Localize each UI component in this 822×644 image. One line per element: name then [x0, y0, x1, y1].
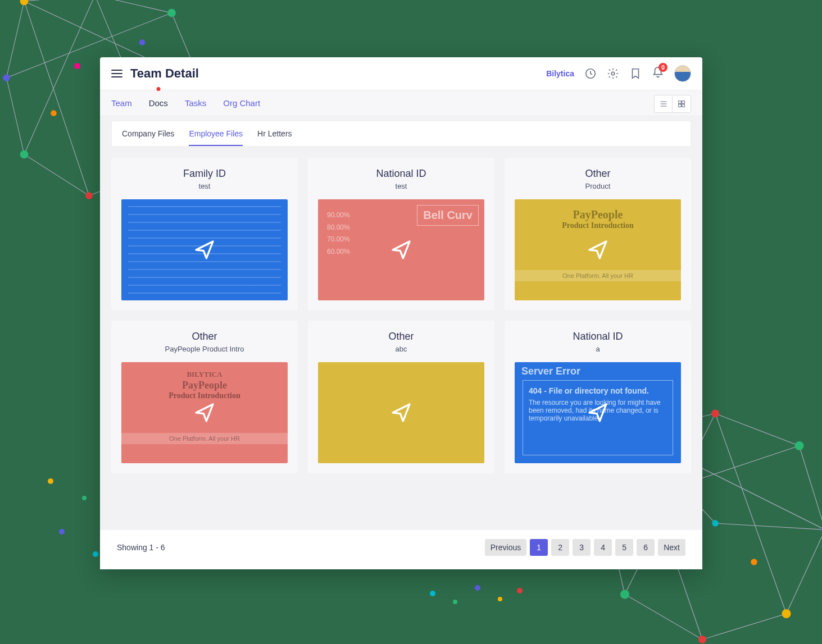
- svg-point-10: [51, 110, 57, 116]
- pagination: Previous123456Next: [485, 539, 685, 556]
- svg-point-24: [82, 496, 87, 500]
- tab-docs[interactable]: Docs: [149, 92, 168, 115]
- pagination-page[interactable]: 2: [551, 539, 569, 556]
- card-thumbnail: [121, 199, 288, 300]
- file-card[interactable]: OtherProductPayPeopleProduct Introductio…: [505, 158, 691, 310]
- svg-rect-35: [679, 101, 682, 104]
- card-thumbnail: PayPeopleProduct IntroductionOne Platfor…: [515, 199, 681, 300]
- view-toggle: [654, 95, 691, 113]
- tab-tasks[interactable]: Tasks: [185, 92, 206, 115]
- file-card[interactable]: Otherabc: [308, 321, 494, 473]
- svg-point-32: [517, 588, 523, 593]
- bookmark-icon[interactable]: [629, 67, 642, 80]
- svg-point-17: [698, 636, 706, 643]
- send-icon: [587, 239, 609, 261]
- thumb-logo: PayPeopleProduct Introduction: [515, 208, 681, 230]
- card-subtitle: test: [199, 182, 211, 190]
- pagination-page[interactable]: 3: [573, 539, 591, 556]
- svg-point-13: [711, 410, 719, 418]
- thumb-logo: BILYTICAPayPeopleProduct Introduction: [121, 367, 288, 400]
- pagination-next[interactable]: Next: [658, 539, 685, 556]
- gear-icon[interactable]: [607, 67, 619, 80]
- tab-team[interactable]: Team: [111, 92, 132, 115]
- card-title: National ID: [376, 168, 426, 180]
- svg-point-0: [20, 0, 29, 5]
- svg-point-11: [139, 39, 146, 45]
- svg-point-20: [712, 520, 719, 527]
- card-title: Other: [192, 331, 217, 342]
- svg-point-25: [59, 529, 65, 535]
- pagination-page[interactable]: 6: [637, 539, 655, 556]
- avatar[interactable]: [674, 65, 691, 82]
- card-subtitle: abc: [396, 345, 407, 353]
- send-icon: [587, 401, 609, 424]
- page-title: Team Detail: [130, 66, 538, 81]
- svg-point-6: [20, 150, 29, 159]
- card-subtitle: a: [596, 345, 600, 353]
- tab-org-chart[interactable]: Org Chart: [223, 92, 260, 115]
- svg-point-2: [167, 9, 176, 17]
- clock-icon[interactable]: [584, 67, 597, 80]
- header-actions: Bilytica 0: [546, 65, 691, 82]
- grid-view-button[interactable]: [673, 95, 691, 112]
- showing-label: Showing 1 - 6: [117, 543, 485, 552]
- sub-tab-company-files[interactable]: Company Files: [122, 121, 174, 146]
- org-link[interactable]: Bilytica: [546, 69, 574, 78]
- svg-rect-36: [682, 101, 685, 104]
- pagination-page[interactable]: 5: [615, 539, 633, 556]
- svg-point-8: [74, 63, 80, 69]
- file-card[interactable]: National IDtestBell Curv90.00%80.00%70.0…: [308, 158, 494, 310]
- svg-point-29: [453, 600, 457, 604]
- menu-icon[interactable]: [111, 70, 122, 77]
- card-title: National ID: [573, 331, 623, 342]
- thumb-chart-box: Bell Curv: [417, 205, 479, 226]
- card-subtitle: PayPeople Product Intro: [165, 345, 244, 353]
- card-thumbnail: BILYTICAPayPeopleProduct IntroductionOne…: [121, 362, 288, 463]
- card-title: Other: [585, 168, 610, 180]
- card-grid: Family IDtestNational IDtestBell Curv90.…: [111, 158, 691, 473]
- list-view-button[interactable]: [655, 95, 673, 112]
- svg-rect-38: [682, 104, 685, 107]
- svg-point-23: [48, 478, 53, 484]
- svg-point-30: [475, 585, 480, 591]
- svg-point-31: [498, 597, 502, 601]
- bg-dots-center: [421, 571, 534, 616]
- svg-point-16: [782, 609, 791, 618]
- card-title: Family ID: [183, 168, 226, 180]
- send-icon: [193, 401, 216, 424]
- send-icon: [193, 239, 216, 261]
- file-card[interactable]: National IDaServer Error404 - File or di…: [505, 321, 691, 473]
- svg-point-34: [611, 72, 615, 75]
- notifications-button[interactable]: 0: [652, 66, 664, 81]
- card-thumbnail: Bell Curv90.00%80.00%70.00%60.00%: [318, 199, 484, 300]
- sub-tabs-container: Company FilesEmployee FilesHr Letters: [100, 116, 702, 147]
- thumb-strip: One Platform. All your HR: [515, 270, 681, 281]
- svg-rect-37: [679, 104, 682, 107]
- svg-point-27: [93, 551, 98, 557]
- pagination-page[interactable]: 1: [530, 539, 548, 556]
- thumb-chart-labels: 90.00%80.00%70.00%60.00%: [327, 209, 350, 258]
- sub-tab-hr-letters[interactable]: Hr Letters: [257, 121, 292, 146]
- sub-tabs: Company FilesEmployee FilesHr Letters: [111, 121, 691, 147]
- notification-badge: 0: [658, 63, 667, 72]
- card-thumbnail: [318, 362, 484, 463]
- file-card[interactable]: OtherPayPeople Product IntroBILYTICAPayP…: [111, 321, 298, 473]
- svg-point-18: [620, 590, 629, 599]
- pagination-page[interactable]: 4: [594, 539, 612, 556]
- file-card[interactable]: Family IDtest: [111, 158, 298, 310]
- card-subtitle: test: [396, 182, 407, 190]
- app-window: Team Detail Bilytica 0 TeamDocsTasksOrg …: [100, 57, 702, 569]
- svg-point-22: [751, 559, 757, 565]
- content-area: Family IDtestNational IDtestBell Curv90.…: [100, 147, 702, 530]
- card-thumbnail: Server Error404 - File or directory not …: [515, 362, 681, 463]
- thumb-error-heading: Server Error: [521, 366, 580, 377]
- svg-point-28: [430, 591, 435, 596]
- card-title: Other: [388, 331, 414, 342]
- send-icon: [390, 239, 412, 261]
- svg-point-14: [794, 441, 803, 450]
- card-subtitle: Product: [585, 182, 611, 190]
- pagination-prev[interactable]: Previous: [485, 539, 526, 556]
- main-tabs: TeamDocsTasksOrg Chart: [100, 90, 702, 116]
- header: Team Detail Bilytica 0: [100, 57, 702, 90]
- sub-tab-employee-files[interactable]: Employee Files: [189, 121, 243, 146]
